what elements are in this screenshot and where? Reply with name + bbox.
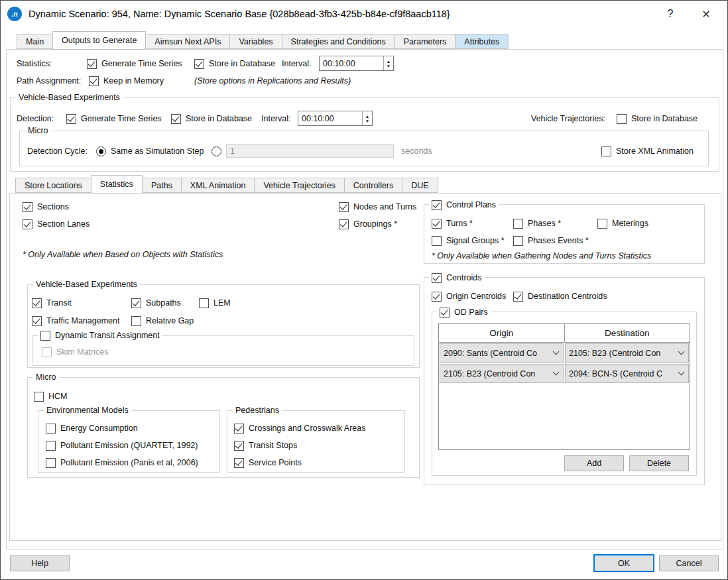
traffic-management-checkbox[interactable]: Traffic Management	[32, 315, 119, 327]
sections-checkbox[interactable]: Sections	[23, 201, 69, 213]
checkbox-icon	[432, 292, 442, 302]
detection-generate-time-series-checkbox[interactable]: Generate Time Series	[66, 113, 162, 125]
tab-store-locations[interactable]: Store Locations	[15, 178, 91, 193]
tab-outputs-to-generate[interactable]: Outputs to Generate	[52, 31, 146, 50]
spin-down-icon[interactable]: ▼	[365, 119, 369, 123]
tab-strategies-and-conditions[interactable]: Strategies and Conditions	[282, 34, 395, 49]
group-title: Environmental Models	[44, 406, 131, 415]
checkbox-label: Meterings	[612, 219, 648, 228]
store-in-database-checkbox[interactable]: Store in Database	[194, 58, 275, 70]
meterings-checkbox[interactable]: Meterings	[597, 217, 648, 229]
phases-checkbox[interactable]: Phases *	[513, 217, 561, 229]
chevron-down-icon	[553, 349, 560, 355]
transit-stops-checkbox[interactable]: Transit Stops	[234, 439, 297, 451]
service-points-checkbox[interactable]: Service Points	[234, 457, 302, 469]
tab-variables[interactable]: Variables	[230, 34, 282, 49]
help-button[interactable]: Help	[10, 555, 70, 571]
group-title: Micro	[25, 126, 51, 135]
pollutant-emission-quartet-checkbox[interactable]: Pollutant Emission (QUARTET, 1992)	[46, 439, 198, 451]
group-title: Vehicle-Based Experiments	[16, 93, 123, 102]
od-pairs-checkbox[interactable]: OD Pairs	[437, 306, 491, 318]
checkbox-label: Generate Time Series	[101, 59, 182, 68]
tab-aimsun-next-apis[interactable]: Aimsun Next APIs	[146, 34, 230, 49]
section-lanes-checkbox[interactable]: Section Lanes	[23, 218, 90, 230]
control-plans-checkbox[interactable]: Control Plans	[429, 199, 499, 211]
tab-xml-animation[interactable]: XML Animation	[182, 178, 255, 193]
tab-statistics[interactable]: Statistics	[91, 175, 143, 194]
checkbox-label: Keep in Memory	[103, 76, 164, 86]
help-icon[interactable]: ?	[656, 8, 685, 20]
destination-dropdown[interactable]: 2094: BCN-S (Centroid C	[565, 364, 689, 383]
statistics-availability-note: * Only Available when Based on Objects w…	[23, 250, 223, 259]
vehicle-trajectories-store-checkbox[interactable]: Store in Database	[617, 113, 698, 125]
checkbox-icon	[513, 236, 523, 246]
destination-centroids-checkbox[interactable]: Destination Centroids	[513, 290, 607, 302]
hcm-checkbox[interactable]: HCM	[34, 390, 67, 402]
statistics-label: Statistics:	[17, 59, 52, 68]
group-title: Micro	[33, 373, 59, 382]
checkbox-icon	[513, 292, 523, 302]
interval-spinner[interactable]: ▲▼	[383, 56, 393, 70]
detection-interval-spinner[interactable]: ▲▼	[362, 111, 372, 125]
crossings-checkbox[interactable]: Crossings and Crosswalk Areas	[234, 422, 365, 434]
dynamic-transit-assignment-checkbox[interactable]: Dynamic Transit Assignment	[38, 329, 162, 341]
centroids-checkbox[interactable]: Centroids	[429, 272, 485, 284]
table-row: 2090: Sants (Centroid Co 2105: B23 (Cent…	[439, 343, 690, 363]
add-button[interactable]: Add	[564, 455, 624, 471]
transit-checkbox[interactable]: Transit	[32, 297, 72, 309]
checkbox-icon	[339, 219, 349, 229]
tab-attributes[interactable]: Attributes	[455, 34, 509, 49]
window-title: Dynamic Scenario: 954, Name: Dynamic Sce…	[29, 9, 649, 19]
relative-gap-checkbox[interactable]: Relative Gap	[131, 315, 194, 327]
pollutant-emission-panis-checkbox[interactable]: Pollutant Emission (Panis et al, 2006)	[46, 457, 198, 469]
lem-checkbox[interactable]: LEM	[199, 297, 231, 309]
turns-checkbox[interactable]: Turns *	[432, 217, 473, 229]
checkbox-label: Phases Events *	[528, 236, 589, 245]
checkbox-icon	[23, 219, 32, 229]
signal-groups-checkbox[interactable]: Signal Groups *	[432, 235, 505, 247]
dropdown-value: 2090: Sants (Centroid Co	[444, 349, 551, 358]
nodes-and-turns-checkbox[interactable]: Nodes and Turns	[339, 201, 416, 213]
ok-button[interactable]: OK	[593, 554, 654, 572]
checkbox-icon	[234, 458, 244, 468]
subpaths-checkbox[interactable]: Subpaths	[131, 297, 181, 309]
group-title: Pedestrians	[233, 406, 282, 415]
generate-time-series-checkbox[interactable]: Generate Time Series	[87, 58, 182, 70]
tab-main[interactable]: Main	[17, 34, 53, 49]
destination-dropdown[interactable]: 2105: B23 (Centroid Con	[565, 343, 689, 363]
tab-vehicle-trajectories[interactable]: Vehicle Trajectories	[255, 178, 344, 193]
checkbox-icon	[432, 219, 442, 229]
store-xml-animation-checkbox[interactable]: Store XML Animation	[601, 145, 694, 157]
tab-paths[interactable]: Paths	[143, 178, 182, 193]
custom-cycle-radio[interactable]	[212, 145, 221, 157]
checkbox-label: Store in Database	[209, 59, 275, 68]
keep-in-memory-checkbox[interactable]: Keep in Memory	[89, 75, 164, 87]
detection-store-in-database-checkbox[interactable]: Store in Database	[171, 113, 252, 125]
phases-events-checkbox[interactable]: Phases Events *	[513, 235, 589, 247]
tab-controllers[interactable]: Controllers	[345, 178, 402, 193]
detection-cycle-label: Detection Cycle:	[27, 146, 88, 156]
same-as-simulation-step-radio[interactable]: Same as Simulation Step	[96, 145, 204, 157]
tab-parameters[interactable]: Parameters	[395, 34, 456, 49]
origin-column-header: Origin	[439, 324, 564, 342]
energy-consumption-checkbox[interactable]: Energy Consumption	[46, 422, 138, 434]
checkbox-label: Section Lanes	[37, 219, 90, 229]
od-pairs-table: Origin Destination 2090: Sants (Centroid…	[438, 323, 690, 450]
origin-dropdown[interactable]: 2105: B23 (Centroid Con	[440, 364, 564, 383]
spin-down-icon[interactable]: ▼	[387, 64, 391, 68]
checkbox-label: Generate Time Series	[81, 114, 162, 123]
destination-column-header: Destination	[564, 324, 690, 342]
spin-up-icon[interactable]: ▲	[365, 115, 369, 118]
origin-dropdown[interactable]: 2090: Sants (Centroid Co	[440, 343, 564, 363]
delete-button[interactable]: Delete	[629, 455, 689, 471]
tab-due[interactable]: DUE	[402, 178, 438, 193]
groupings-checkbox[interactable]: Groupings *	[339, 218, 397, 230]
cancel-button[interactable]: Cancel	[659, 555, 719, 571]
checkbox-label: Signal Groups *	[446, 236, 505, 245]
origin-centroids-checkbox[interactable]: Origin Centroids	[432, 290, 506, 302]
close-icon[interactable]: ✕	[692, 8, 721, 21]
path-assignment-label: Path Assignment:	[17, 76, 81, 86]
radio-label: Same as Simulation Step	[111, 146, 204, 156]
checkbox-label: Control Plans	[446, 200, 496, 209]
spin-up-icon[interactable]: ▲	[387, 60, 391, 63]
